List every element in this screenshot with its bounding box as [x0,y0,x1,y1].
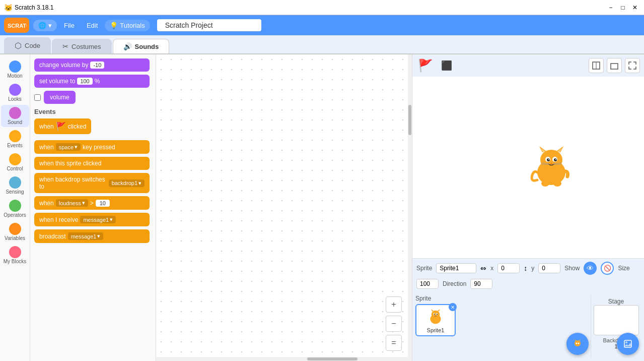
show-label: Show [564,265,580,272]
category-sensing[interactable]: Sensing [1,174,29,197]
loudness-value[interactable]: 10 [96,200,110,207]
sprite-delete-button[interactable]: ✕ [449,303,457,311]
set-volume-block[interactable]: set volume to 100 % [34,75,150,88]
stage-label: Stage [608,298,624,305]
tab-costumes[interactable]: ✂ Costumes [52,39,112,53]
svg-point-36 [578,343,580,344]
zoom-out-button[interactable]: − [386,316,402,332]
y-input[interactable] [538,263,560,273]
svg-point-15 [555,159,556,160]
scratch-logo: SCRATCH [4,18,29,33]
canvas-zoom-controls: + − = [386,296,402,351]
svg-point-5 [540,150,562,170]
file-menu[interactable]: File [59,20,80,31]
fullscreen-button[interactable] [625,58,640,73]
sprite-thumb-sprite1[interactable]: ✕ [415,304,456,336]
svg-point-24 [432,311,440,318]
sounds-tab-icon: 🔊 [123,42,132,50]
when-backdrop-switches-block[interactable]: when backdrop switches to backdrop1 ▾ [34,173,150,193]
close-button[interactable]: ✕ [630,3,640,13]
backdrop-dropdown[interactable]: backdrop1 ▾ [109,179,145,187]
x-input[interactable] [497,263,520,273]
change-volume-input[interactable]: -10 [90,62,104,69]
green-flag-button[interactable]: 🚩 [416,56,435,75]
when-receive-block[interactable]: when I receive message1 ▾ [34,213,150,226]
main-area: Motion Looks Sound Events Control Sensin… [0,54,644,361]
when-key-pressed-block[interactable]: when space ▾ key pressed [34,140,150,154]
app-title: Scratch 3.18.1 [15,4,606,11]
svg-point-12 [547,158,550,161]
loudness-dropdown[interactable]: loudness ▾ [56,199,88,207]
y-arrow-icon: ↕ [524,264,527,272]
svg-point-13 [554,158,557,161]
language-menu[interactable]: 🌐 ▾ [33,20,57,31]
category-events[interactable]: Events [1,128,29,150]
category-sidebar: Motion Looks Sound Events Control Sensin… [0,54,30,361]
sprite-list-area: Sprite ✕ [415,295,588,358]
stage-layout-normal[interactable] [589,58,604,73]
canvas-horizontal-scrollbar[interactable] [156,357,412,361]
size-input[interactable] [416,279,439,289]
direction-input[interactable] [470,279,492,289]
key-dropdown[interactable]: space ▾ [56,143,81,151]
tutorials-button[interactable]: 💡 Tutorials [105,20,150,31]
when-flag-clicked-block[interactable]: when 🚩 clicked [34,118,91,134]
xy-arrow-icon: ⇔ [480,264,486,272]
titlebar: 🐱 Scratch 3.18.1 − □ ✕ [0,0,644,15]
svg-point-29 [434,314,435,315]
svg-text:SCRATCH: SCRATCH [8,23,27,29]
stop-button[interactable]: ⬛ [438,56,456,75]
broadcast-dropdown[interactable]: message1 ▾ [68,232,104,240]
when-sprite-clicked-block[interactable]: when this sprite clicked [34,157,150,170]
stage-layout-big[interactable] [607,58,622,73]
change-volume-block[interactable]: change volume by -10 [34,58,150,72]
direction-label: Direction [443,280,466,287]
svg-point-22 [553,180,561,187]
sprite-thumb-name: Sprite1 [427,327,445,333]
tabbar: ⬡ Code ✂ Costumes 🔊 Sounds [0,35,644,54]
add-sprite-button[interactable] [566,333,589,355]
svg-point-32 [575,340,581,346]
minimize-button[interactable]: − [606,3,616,13]
tab-sounds[interactable]: 🔊 Sounds [113,39,170,53]
project-title-input[interactable] [156,18,262,32]
broadcast-block[interactable]: broadcast message1 ▾ [34,229,150,243]
category-myblocks[interactable]: My Blocks [1,244,29,266]
maximize-button[interactable]: □ [618,3,628,13]
category-variables[interactable]: Variables [1,221,29,243]
svg-point-39 [625,341,627,343]
right-panel: 🚩 ⬛ [412,54,644,361]
svg-marker-25 [431,309,434,312]
svg-point-16 [550,163,552,164]
edit-menu[interactable]: Edit [82,20,103,31]
stage-thumbnail[interactable] [594,305,639,335]
add-backdrop-button[interactable] [617,333,639,355]
zoom-reset-button[interactable]: = [386,335,402,351]
zoom-in-button[interactable]: + [386,296,402,313]
set-volume-input[interactable]: 100 [77,78,92,85]
category-control[interactable]: Control [1,151,29,173]
globe-chevron: ▾ [48,22,52,29]
category-sound[interactable]: Sound [1,105,29,127]
show-hidden-button[interactable]: 🚫 [601,262,614,275]
volume-checkbox-row: volume [34,91,152,104]
sounds-tab-label: Sounds [135,43,159,50]
tutorials-label: Tutorials [120,22,145,29]
blocks-content: change volume by -10 set volume to 100 %… [30,54,156,361]
message-receive-dropdown[interactable]: message1 ▾ [80,216,116,223]
volume-checkbox[interactable] [34,94,41,101]
category-operators[interactable]: Operators [1,198,29,220]
volume-label-block[interactable]: volume [44,91,76,104]
tab-code[interactable]: ⬡ Code [4,37,51,53]
category-looks[interactable]: Looks [1,82,29,104]
sprite-name-input[interactable] [436,263,476,273]
show-visible-button[interactable]: 👁 [584,262,597,275]
when-loudness-block[interactable]: when loudness ▾ > 10 [34,196,150,210]
tutorials-icon: 💡 [110,22,118,29]
sprite-cat [526,142,577,193]
sprite-label: Sprite [416,265,432,272]
app-icon: 🐱 [4,4,13,12]
canvas-vertical-scrollbar[interactable] [408,54,412,361]
category-motion[interactable]: Motion [1,58,29,81]
sprite-thumbnail [423,307,448,327]
